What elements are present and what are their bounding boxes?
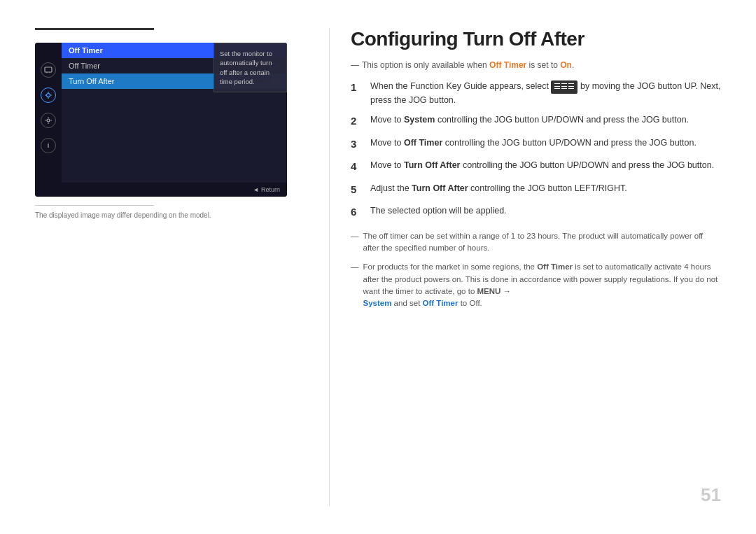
return-label: Return	[261, 186, 280, 193]
return-arrow-icon: ◄	[253, 186, 259, 193]
system-icon	[41, 87, 56, 103]
gear-icon	[41, 113, 56, 128]
info-icon: i	[41, 138, 56, 153]
intro-on: On	[560, 60, 572, 70]
step-4-text: Move to Turn Off After controlling the J…	[370, 159, 721, 175]
right-panel: Configuring Turn Off After — This option…	[329, 28, 721, 506]
svg-rect-0	[45, 67, 52, 72]
step-5-bold: Turn Off After	[412, 183, 468, 193]
step-6-text: The selected option will be applied.	[370, 204, 721, 220]
step-2-bold: System	[404, 115, 435, 125]
step-5-num: 5	[351, 182, 363, 198]
monitor-content: Off Timer Off Timer On Turn Off After 4h	[62, 43, 287, 183]
intro-dash: —	[351, 60, 359, 70]
turn-off-after-label: Turn Off After	[69, 77, 114, 85]
intro-text: This option is only available when Off T…	[362, 60, 574, 70]
footer-note-2: — For products for the market in some re…	[351, 261, 721, 309]
menu-icon-glyph: ☰☰☰	[551, 80, 578, 94]
sidebar-icons: i	[35, 43, 62, 183]
step-3-bold: Off Timer	[404, 138, 442, 148]
step-2-num: 2	[351, 113, 363, 129]
footer-dash-1: —	[351, 230, 359, 242]
footer-dash-2: —	[351, 261, 359, 273]
tooltip-box: Set the monitor to automatically turn of…	[214, 43, 287, 92]
top-rule	[35, 28, 154, 30]
disclaimer-text: The displayed image may differ depending…	[35, 211, 308, 219]
step-4-num: 4	[351, 159, 363, 175]
step-6-num: 6	[351, 204, 363, 220]
monitor-mockup: i Off Timer Off Timer On Turn Off After	[35, 43, 287, 197]
step-3-num: 3	[351, 136, 363, 153]
off-timer-label: Off Timer	[69, 62, 100, 70]
step-5-text: Adjust the Turn Off After controlling th…	[370, 182, 721, 198]
step-6: 6 The selected option will be applied.	[351, 204, 721, 220]
steps-list: 1 When the Function Key Guide appears, s…	[351, 80, 721, 220]
step-5: 5 Adjust the Turn Off After controlling …	[351, 182, 721, 198]
tooltip-text: Set the monitor to automatically turn of…	[220, 50, 272, 85]
step-1-text: When the Function Key Guide appears, sel…	[370, 80, 721, 106]
footer-menu: MENU →	[477, 287, 512, 295]
step-2: 2 Move to System controlling the JOG but…	[351, 113, 721, 129]
footer-note-1-text: The off timer can be set within a range …	[363, 230, 722, 255]
step-2-text: Move to System controlling the JOG butto…	[370, 113, 721, 129]
page-title: Configuring Turn Off After	[351, 28, 721, 50]
page-number: 51	[701, 484, 721, 506]
monitor-icon	[41, 62, 56, 78]
step-1-num: 1	[351, 80, 363, 106]
step-3: 3 Move to Off Timer controlling the JOG …	[351, 136, 721, 153]
bottom-rule	[35, 205, 154, 206]
step-1: 1 When the Function Key Guide appears, s…	[351, 80, 721, 106]
step-4: 4 Move to Turn Off After controlling the…	[351, 159, 721, 175]
intro-note: — This option is only available when Off…	[351, 60, 721, 70]
footer-note-2-text: For products for the market in some regi…	[363, 261, 722, 309]
left-panel: i Off Timer Off Timer On Turn Off After	[35, 28, 329, 506]
footer-off-timer-1: Off Timer	[537, 262, 573, 271]
return-button: ◄ Return	[253, 186, 280, 193]
svg-point-8	[47, 119, 50, 122]
monitor-bottom: ◄ Return	[35, 183, 287, 197]
svg-point-3	[47, 94, 50, 97]
footer-off-timer-2: Off Timer	[423, 299, 458, 307]
step-4-bold: Turn Off After	[404, 160, 461, 170]
intro-off-timer: Off Timer	[489, 60, 526, 70]
footer-system: System	[363, 299, 392, 307]
step-3-text: Move to Off Timer controlling the JOG bu…	[370, 136, 721, 153]
footer-notes: — The off timer can be set within a rang…	[351, 230, 721, 310]
footer-note-1: — The off timer can be set within a rang…	[351, 230, 721, 255]
